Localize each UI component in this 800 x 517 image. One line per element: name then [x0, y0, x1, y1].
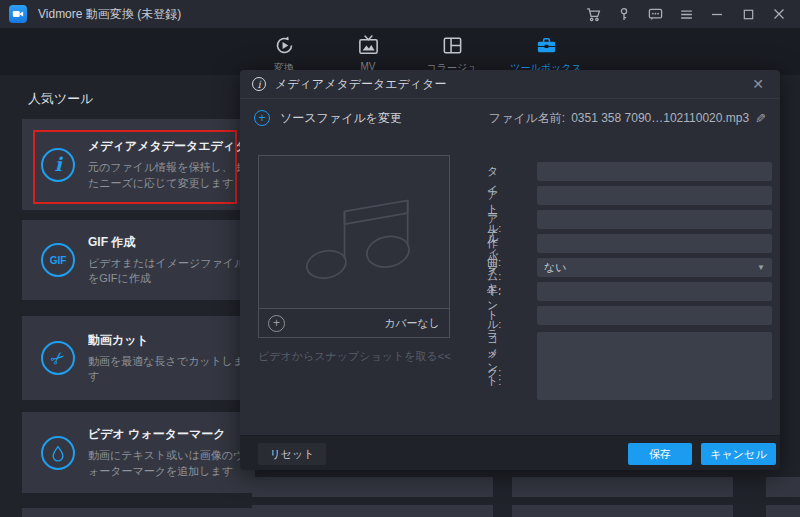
toolbox-icon — [535, 33, 558, 57]
edit-filename-icon[interactable]: ✎ — [755, 111, 766, 126]
file-name-label: ファイル名前: — [489, 110, 565, 127]
cover-strip: + カバーなし — [259, 308, 449, 337]
titlebar: Vidmore 動画変換 (未登録) — [0, 0, 800, 28]
window-title: Vidmore 動画変換 (未登録) — [38, 6, 181, 23]
tool-title: GIF 作成 — [88, 234, 249, 251]
app-logo-icon — [9, 5, 27, 23]
cover-none-label: カバーなし — [384, 316, 440, 331]
track-field[interactable] — [537, 306, 772, 325]
music-note-icon — [279, 172, 429, 292]
add-cover-icon[interactable]: + — [268, 315, 285, 332]
metadata-info-icon: i — [41, 148, 75, 182]
nav-bar: 変換 MV コラージュ ツールボックス — [0, 28, 800, 75]
convert-icon — [273, 33, 296, 57]
feedback-icon[interactable] — [644, 4, 666, 24]
tool-title: ビデオ ウォーターマーク — [88, 426, 249, 443]
scissors-icon: ✂ — [41, 341, 75, 375]
tool-card-video-cut[interactable]: ✂ 動画カット 動画を最適な長さでカットします — [22, 316, 255, 400]
source-row: + ソースファイルを変更 ファイル名前: 0351 358 7090…10211… — [240, 106, 780, 130]
change-source-link[interactable]: ソースファイルを変更 — [280, 110, 402, 127]
dialog-header: i メディアメタデータエディター ✕ — [240, 70, 780, 99]
menu-icon[interactable] — [675, 4, 697, 24]
add-source-icon[interactable]: + — [254, 110, 270, 126]
tool-card-metadata-editor[interactable]: i メディアメタデータエディター 元のファイル情報を保持し、またニーズに応じて変… — [22, 119, 255, 210]
title-field[interactable] — [537, 162, 772, 181]
close-window-icon[interactable] — [768, 4, 790, 24]
gif-icon: GIF — [41, 243, 75, 277]
dialog-close-icon[interactable]: ✕ — [748, 74, 768, 94]
album-field[interactable] — [537, 210, 772, 229]
tab-collage[interactable]: コラージュ — [414, 33, 490, 75]
register-key-icon[interactable] — [613, 4, 635, 24]
cancel-button[interactable]: キャンセル — [701, 443, 776, 465]
tool-desc: 動画を最適な長さでカットします — [88, 354, 249, 385]
artist-field[interactable] — [537, 186, 772, 205]
save-button[interactable]: 保存 — [628, 443, 692, 465]
tab-mv[interactable]: MV — [330, 33, 406, 75]
tab-convert[interactable]: 変換 — [246, 33, 322, 75]
tool-title: メディアメタデータエディター — [88, 138, 249, 155]
tool-desc: 動画にテキスト或いは画像のウォーターマークを追加します — [88, 448, 249, 479]
cover-art-placeholder — [259, 156, 449, 308]
comment-label: コメント: — [487, 332, 501, 388]
year-field[interactable] — [537, 282, 772, 301]
cover-art-box: + カバーなし — [258, 155, 450, 338]
app-window: Vidmore 動画変換 (未登録) — [0, 0, 800, 517]
popular-tools-heading: 人気ツール — [28, 90, 94, 108]
dialog-footer: リセット 保存 キャンセル — [240, 435, 780, 470]
file-name-value: 0351 358 7090…102110020.mp3 — [571, 111, 749, 125]
tool-desc: ビデオまたはイメージファイルをGIFに作成 — [88, 256, 249, 287]
genre-dropdown[interactable]: ない ▼ — [537, 258, 772, 277]
maximize-icon[interactable] — [737, 4, 759, 24]
comment-field[interactable] — [537, 332, 772, 400]
background-card — [512, 505, 733, 517]
tool-card-gif-maker[interactable]: GIF GIF 作成 ビデオまたはイメージファイルをGIFに作成 — [22, 220, 255, 300]
year-label: 年: — [487, 282, 501, 301]
tool-card-watermark[interactable]: ビデオ ウォーターマーク 動画にテキスト或いは画像のウォーターマークを追加します — [22, 412, 255, 493]
info-icon: i — [252, 77, 266, 91]
dialog-title: メディアメタデータエディター — [275, 76, 446, 93]
nav-tabs: 変換 MV コラージュ ツールボックス — [246, 33, 594, 75]
background-card — [766, 505, 800, 517]
metadata-editor-dialog: i メディアメタデータエディター ✕ + ソースファイルを変更 ファイル名前: … — [240, 70, 780, 470]
tool-title: 動画カット — [88, 332, 249, 349]
tab-toolbox[interactable]: ツールボックス — [498, 33, 594, 75]
collage-icon — [441, 33, 464, 57]
background-card — [512, 477, 733, 497]
reset-button[interactable]: リセット — [258, 443, 326, 465]
background-card — [252, 505, 493, 517]
composer-field[interactable] — [537, 234, 772, 253]
background-card — [252, 477, 493, 497]
tool-desc: 元のファイル情報を保持し、またニーズに応じて変更します — [88, 160, 249, 191]
cart-icon[interactable] — [582, 4, 604, 24]
snapshot-link[interactable]: ビデオからスナップショットを取る<< — [258, 349, 451, 364]
water-drop-icon — [41, 436, 75, 470]
background-card — [22, 508, 255, 517]
minimize-icon[interactable] — [706, 4, 728, 24]
background-card — [766, 477, 800, 497]
mv-icon — [357, 33, 380, 57]
chevron-down-icon: ▼ — [757, 263, 765, 272]
genre-value: ない — [544, 260, 567, 275]
